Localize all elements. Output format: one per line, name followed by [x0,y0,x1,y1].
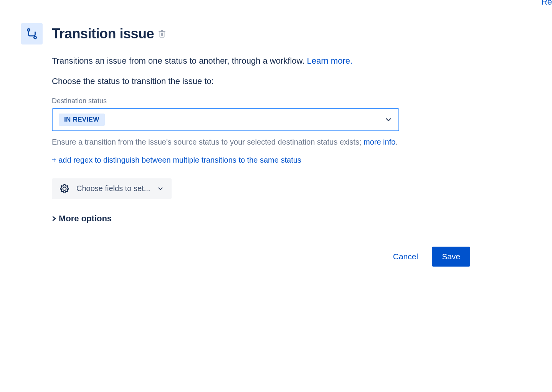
cancel-button[interactable]: Cancel [390,248,421,265]
destination-status-label: Destination status [52,97,453,105]
more-options-toggle[interactable]: More options [52,214,453,224]
fields-dropdown-label: Choose fields to set... [76,184,150,193]
header-row: Transition issue [21,23,478,44]
description: Transitions an issue from one status to … [52,55,453,67]
instruction: Choose the status to transition the issu… [52,76,453,86]
choose-fields-dropdown[interactable]: Choose fields to set... [52,178,172,199]
more-options-label: More options [59,214,112,224]
status-badge: IN REVIEW [59,114,105,126]
transition-icon [25,27,38,40]
footer-actions: Cancel Save [21,247,478,267]
more-info-link[interactable]: more info [364,138,395,146]
chevron-right-icon [52,216,56,221]
page-title: Transition issue [52,26,154,42]
description-text: Transitions an issue from one status to … [52,56,307,66]
learn-more-link[interactable]: Learn more. [307,56,352,66]
save-button[interactable]: Save [432,247,470,267]
gear-icon [59,184,69,194]
chevron-down-icon [157,185,164,192]
add-regex-link[interactable]: + add regex to distinguish between multi… [52,156,453,165]
destination-status-select[interactable]: IN REVIEW [52,108,399,131]
helper-prefix: Ensure a transition from the issue's sou… [52,138,364,146]
chevron-down-icon [385,116,392,124]
svg-point-1 [34,36,36,39]
action-icon-box [21,23,43,44]
helper-suffix: . [395,138,398,146]
top-right-fragment: Re [541,0,552,7]
destination-helper: Ensure a transition from the issue's sou… [52,137,453,147]
trash-icon[interactable] [159,30,165,38]
